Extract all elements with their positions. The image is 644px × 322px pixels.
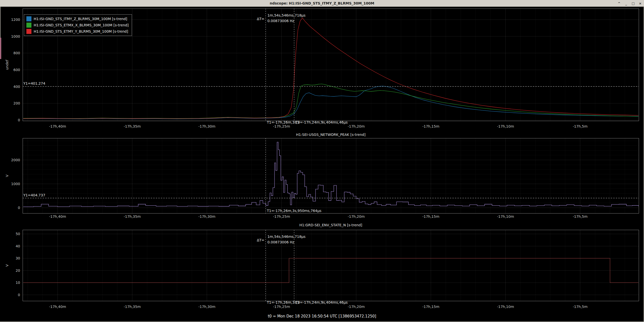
legend-swatch-red xyxy=(26,29,31,34)
x-tick-label: -17h,5m xyxy=(565,124,595,128)
y-tick-label: 40 xyxy=(16,244,20,248)
legend-label: H1:ISI-GND_STS_ITMY_Z_BLRMS_30M_100M [s-… xyxy=(34,17,127,21)
y-tick-label: 30 xyxy=(16,256,20,260)
close-button[interactable]: × xyxy=(638,1,642,6)
y-tick-label: 1000 xyxy=(11,34,20,38)
plot3-title: H1:GRD-SEI_ENV_STATE_N [s-trend] xyxy=(23,223,639,227)
shade-button[interactable]: ^ xyxy=(617,1,621,6)
ndscope-window: ndscope: H1:ISI-GND_STS_ITMY_Z_BLRMS_30M… xyxy=(0,0,644,322)
x-tick-label: -17h,15m xyxy=(416,124,446,128)
x-tick-label: -17h,35m xyxy=(117,305,147,309)
plot1-y-axis: 020040060080010001200 xyxy=(0,9,22,121)
legend-label: H1:ISI-GND_STS_ETMX_X_BLRMS_30M_100M [s-… xyxy=(34,23,129,27)
delta-t-prefix: ΔT= xyxy=(257,17,264,21)
y-tick-label: 50 xyxy=(16,232,20,236)
legend-swatch-green xyxy=(26,23,31,28)
window-border-left xyxy=(0,7,1,38)
left-edge-accent xyxy=(0,38,1,59)
x-tick-label: -17h,5m xyxy=(565,214,595,219)
y-tick-label: 1000 xyxy=(11,182,20,186)
y-tick-label: 10 xyxy=(16,281,20,285)
y1-cursor-label: Y1=401.274 xyxy=(23,81,45,85)
x-tick-label: -17h,25m xyxy=(266,124,297,128)
window-controls: ^ _ □ × xyxy=(617,0,642,7)
maximize-button[interactable]: □ xyxy=(631,1,635,6)
plot-border xyxy=(23,230,639,301)
x-tick-label: -17h,35m xyxy=(117,124,147,128)
x-tick-label: -17h,10m xyxy=(490,214,521,219)
y-tick-label: 0 xyxy=(18,293,20,297)
y-tick-label: 800 xyxy=(13,51,20,55)
y-tick-label: 1200 xyxy=(11,18,20,22)
x-tick-label: -17h,15m xyxy=(416,214,446,219)
y-tick-label: 400 xyxy=(13,85,20,89)
x-tick-label: -17h,10m xyxy=(490,124,521,128)
x-tick-label: -17h,30m xyxy=(192,214,222,219)
x-tick-label: -17h,35m xyxy=(117,214,147,219)
minimize-icon: _ xyxy=(625,2,627,5)
y1-cursor-label: Y1=404.737 xyxy=(23,193,45,197)
plot-canvas: undef 020040060080010001200 Y1=401.274T1… xyxy=(0,7,644,322)
x-tick-label: -17h,40m xyxy=(42,124,73,128)
legend-entry: H1:ISI-GND_STS_ETMY_Y_BLRMS_30M_100M [s-… xyxy=(26,29,129,34)
legend-label: H1:ISI-GND_STS_ETMY_Y_BLRMS_30M_100M [s-… xyxy=(34,29,128,33)
delta-t-frequency: 0.00873006 Hz xyxy=(267,240,294,244)
maximize-icon: □ xyxy=(632,2,635,5)
window-titlebar[interactable]: ndscope: H1:ISI-GND_STS_ITMY_Z_BLRMS_30M… xyxy=(0,0,644,7)
y-tick-label: 20 xyxy=(16,269,20,273)
y-tick-label: 200 xyxy=(13,101,20,105)
plot2-area[interactable]: Y1=404.737T1=-17h,26m,3s,950ms,764µs xyxy=(23,138,639,213)
y-tick-label: 0 xyxy=(18,206,20,210)
x-tick-label: -17h,10m xyxy=(490,305,521,309)
x-tick-label: -17h,5m xyxy=(565,305,595,309)
x-tick-label: -17h,30m xyxy=(192,124,222,128)
x-tick-label: -17h,25m xyxy=(266,214,297,219)
delta-t-prefix: ΔT= xyxy=(257,238,264,242)
shade-icon: ^ xyxy=(618,2,621,5)
plot3-area[interactable]: T1=-17h,26m,3s,9T2=-17h,24m,9s,404ms,46µ… xyxy=(23,230,639,301)
x-tick-label: -17h,20m xyxy=(341,305,371,309)
x-tick-label: -17h,20m xyxy=(341,124,371,128)
plot2-y-axis: 010002000 xyxy=(0,138,22,213)
plot1-x-axis: -17h,40m-17h,35m-17h,30m-17h,25m-17h,20m… xyxy=(23,124,639,129)
legend-entry: H1:ISI-GND_STS_ETMX_X_BLRMS_30M_100M [s-… xyxy=(26,23,129,28)
plot2-x-axis: -17h,40m-17h,35m-17h,30m-17h,25m-17h,20m… xyxy=(23,214,639,219)
x-tick-label: -17h,30m xyxy=(192,305,222,309)
delta-t-frequency: 0.00873006 Hz xyxy=(267,19,294,23)
x-tick-label: -17h,15m xyxy=(416,305,446,309)
close-icon: × xyxy=(639,2,642,5)
x-tick-label: -17h,40m xyxy=(42,305,73,309)
minimize-button[interactable]: _ xyxy=(624,1,628,6)
legend-entry: H1:ISI-GND_STS_ITMY_Z_BLRMS_30M_100M [s-… xyxy=(26,16,129,21)
t1-cursor-label: T1=-17h,26m,3s,950ms,764µs xyxy=(267,209,321,213)
x-tick-label: -17h,20m xyxy=(341,214,371,219)
trace-1 xyxy=(23,84,638,118)
plot1-legend[interactable]: H1:ISI-GND_STS_ITMY_Z_BLRMS_30M_100M [s-… xyxy=(24,14,132,36)
y-tick-label: 2000 xyxy=(11,158,20,162)
delta-t-value: 1m,54s,546ms,718µs xyxy=(267,13,306,17)
y-tick-label: 0 xyxy=(18,118,20,122)
plot-border xyxy=(23,138,639,213)
plot2-title: H1:SEI-USGS_NETWORK_PEAK [s-trend] xyxy=(23,133,639,137)
y-tick-label: 600 xyxy=(13,68,20,72)
trace-0 xyxy=(23,86,638,119)
x-tick-label: -17h,40m xyxy=(42,214,73,219)
legend-swatch-blue xyxy=(26,16,31,21)
plot3-y-axis: 01020304050 xyxy=(0,230,22,301)
plot3-x-axis: -17h,40m-17h,35m-17h,30m-17h,25m-17h,20m… xyxy=(23,305,639,309)
delta-t-value: 1m,54s,546ms,718µs xyxy=(267,235,306,239)
window-title: ndscope: H1:ISI-GND_STS_ITMY_Z_BLRMS_30M… xyxy=(270,1,374,5)
x-tick-label: -17h,25m xyxy=(266,305,297,309)
t0-label: t0 = Mon Dec 18 2023 16:50:54 UTC [13869… xyxy=(0,314,644,318)
